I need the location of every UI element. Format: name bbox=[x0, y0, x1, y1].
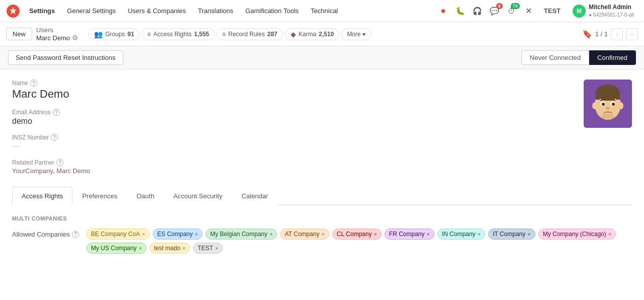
groups-stat[interactable]: 👥 Groups 91 bbox=[88, 28, 140, 40]
breadcrumb-current: Marc Demo ⚙ bbox=[36, 34, 78, 42]
groups-icon: 👥 bbox=[94, 30, 103, 38]
email-help-icon[interactable]: ? bbox=[53, 109, 60, 116]
company-tag-remove[interactable]: × bbox=[527, 231, 530, 237]
company-tag-label: test mado bbox=[154, 245, 180, 252]
access-rights-stat[interactable]: ≡ Access Rights 1,555 bbox=[142, 28, 215, 40]
company-tag-remove[interactable]: × bbox=[321, 231, 324, 237]
record-rules-stat[interactable]: ≡ Record Rules 287 bbox=[217, 28, 283, 40]
pagination-prev[interactable]: ‹ bbox=[611, 28, 623, 40]
company-tag-remove[interactable]: × bbox=[215, 245, 218, 251]
main-content: Name ? Marc Demo Email Address ? demo IN… bbox=[0, 69, 644, 280]
company-tag-remove[interactable]: × bbox=[195, 231, 198, 237]
company-tag-remove[interactable]: × bbox=[139, 245, 142, 251]
groups-label: Groups bbox=[105, 31, 125, 38]
company-tag-label: CL Company bbox=[337, 231, 372, 238]
nav-technical[interactable]: Technical bbox=[306, 5, 343, 17]
more-button[interactable]: More ▾ bbox=[341, 28, 371, 40]
company-tag-remove[interactable]: × bbox=[608, 231, 611, 237]
related-partner-link[interactable]: YourCompany, Marc Demo bbox=[12, 167, 632, 175]
company-tag-remove[interactable]: × bbox=[427, 231, 430, 237]
bookmark-icon[interactable]: 🔖 bbox=[582, 29, 592, 39]
tab-content-access-rights: MULTI COMPANIES Allowed Companies ? BE C… bbox=[12, 205, 632, 270]
chat-icon[interactable]: 💬 8 bbox=[488, 4, 502, 18]
company-tag: TEST× bbox=[193, 243, 223, 254]
status-buttons: Never Connected Confirmed bbox=[521, 50, 636, 65]
karma-value: 2,510 bbox=[319, 31, 334, 38]
toolbar-right: 🔖 1 / 1 ‹ › bbox=[582, 28, 638, 40]
tab-calendar[interactable]: Calendar bbox=[232, 187, 278, 205]
company-tag-label: AT Company bbox=[285, 231, 319, 238]
tabs: Access Rights Preferences Oauth Account … bbox=[12, 187, 632, 205]
company-tag: My US Company× bbox=[86, 243, 146, 254]
nav-translations[interactable]: Translations bbox=[193, 5, 238, 17]
record-icon: ≡ bbox=[222, 31, 226, 38]
nav-gamification[interactable]: Gamification Tools bbox=[240, 5, 304, 17]
company-tag-remove[interactable]: × bbox=[374, 231, 377, 237]
never-connected-status[interactable]: Never Connected bbox=[521, 50, 589, 65]
topnav-icons: ● 🐛 🎧 💬 8 ⏱ 73 ✕ TEST M Mitchell Admin ●… bbox=[436, 3, 638, 19]
name-label: Name ? bbox=[12, 80, 632, 87]
user-menu[interactable]: M Mitchell Admin ● 64294581-17-0-all bbox=[569, 3, 638, 19]
record-label: Record Rules bbox=[228, 31, 265, 38]
name-value: Marc Demo bbox=[12, 88, 632, 101]
companies-tags: BE Company CoA×ES Company×My Belgian Com… bbox=[86, 229, 632, 254]
record-value: 287 bbox=[267, 31, 278, 38]
clock-icon[interactable]: ⏱ 73 bbox=[505, 4, 519, 18]
tools-icon[interactable]: ✕ bbox=[522, 4, 536, 18]
related-partner-help-icon[interactable]: ? bbox=[56, 159, 63, 166]
company-tag: IT Company× bbox=[488, 229, 535, 240]
karma-label: Karma bbox=[299, 31, 316, 38]
company-tag: CL Company× bbox=[332, 229, 382, 240]
tab-preferences[interactable]: Preferences bbox=[72, 187, 127, 205]
secondary-toolbar: New Users Marc Demo ⚙ 👥 Groups 91 ≡ Acce… bbox=[0, 22, 644, 46]
company-tag: test mado× bbox=[149, 243, 190, 254]
company-tag-label: My US Company bbox=[91, 245, 137, 252]
allowed-companies-help-icon[interactable]: ? bbox=[72, 231, 79, 238]
pagination-next[interactable]: › bbox=[626, 28, 638, 40]
company-tag-remove[interactable]: × bbox=[182, 245, 186, 251]
insz-label: INSZ Number ? bbox=[12, 134, 632, 141]
email-value: demo bbox=[12, 117, 632, 126]
karma-stat[interactable]: ◆ Karma 2,510 bbox=[285, 28, 339, 40]
company-tag-remove[interactable]: × bbox=[142, 231, 145, 237]
nav-users-companies[interactable]: Users & Companies bbox=[123, 5, 191, 17]
red-dot-icon[interactable]: ● bbox=[436, 4, 450, 18]
nav-settings[interactable]: Settings bbox=[24, 5, 60, 17]
nav-general-settings[interactable]: General Settings bbox=[62, 5, 121, 17]
tab-access-rights[interactable]: Access Rights bbox=[12, 187, 72, 205]
insz-value: — bbox=[12, 142, 632, 151]
settings-gear-icon[interactable]: ⚙ bbox=[72, 34, 78, 42]
app-logo[interactable] bbox=[6, 4, 20, 18]
user-avatar: M bbox=[573, 5, 586, 18]
breadcrumb-users-link[interactable]: Users bbox=[36, 26, 78, 34]
name-help-icon[interactable]: ? bbox=[30, 80, 37, 87]
tab-account-security[interactable]: Account Security bbox=[164, 187, 232, 205]
company-tag-label: My Belgian Company bbox=[210, 231, 267, 238]
company-tag: My Belgian Company× bbox=[206, 229, 278, 240]
email-label: Email Address ? bbox=[12, 109, 632, 116]
tab-oauth[interactable]: Oauth bbox=[127, 187, 163, 205]
multi-companies-section-title: MULTI COMPANIES bbox=[12, 215, 632, 221]
related-partner-label: Related Partner ? bbox=[12, 159, 632, 166]
pagination: 1 / 1 bbox=[595, 30, 608, 38]
test-label[interactable]: TEST bbox=[539, 5, 566, 17]
email-field-group: Email Address ? demo bbox=[12, 109, 632, 126]
company-tag-label: BE Company CoA bbox=[91, 231, 140, 238]
access-value: 1,555 bbox=[194, 31, 209, 38]
insz-help-icon[interactable]: ? bbox=[51, 134, 58, 141]
send-password-reset-button[interactable]: Send Password Reset Instructions bbox=[8, 50, 123, 65]
insz-field-group: INSZ Number ? — bbox=[12, 134, 632, 151]
groups-value: 91 bbox=[128, 31, 134, 38]
chat-badge: 8 bbox=[496, 3, 503, 9]
top-navbar: Settings General Settings Users & Compan… bbox=[0, 0, 644, 22]
company-tag-remove[interactable]: × bbox=[478, 231, 481, 237]
bug-icon[interactable]: 🐛 bbox=[453, 4, 468, 18]
headset-icon[interactable]: 🎧 bbox=[471, 4, 485, 18]
confirmed-status[interactable]: Confirmed bbox=[589, 50, 636, 65]
company-tag-remove[interactable]: × bbox=[269, 231, 272, 237]
user-info: Mitchell Admin ● 64294581-17-0-all bbox=[589, 4, 634, 18]
company-tag: IN Company× bbox=[437, 229, 485, 240]
company-tag: ES Company× bbox=[153, 229, 203, 240]
company-tag-label: ES Company bbox=[157, 231, 193, 238]
new-button[interactable]: New bbox=[6, 28, 32, 40]
